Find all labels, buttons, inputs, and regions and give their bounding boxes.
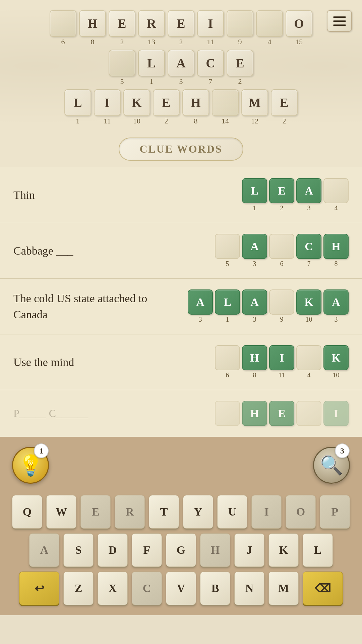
- puzzle-tile: O: [286, 10, 312, 37]
- tile-wrapper: K 10: [123, 89, 150, 125]
- tile-wrapper: E 2: [168, 10, 194, 46]
- puzzle-tile: L: [138, 50, 165, 76]
- key-Y[interactable]: Y: [183, 495, 213, 529]
- tile-number: 6: [61, 38, 65, 46]
- tile-number: 8: [91, 38, 95, 46]
- clue-tile: [296, 401, 321, 426]
- clue-tile-num: 9: [280, 316, 284, 323]
- tile-wrapper: C 7: [197, 50, 224, 86]
- clue-tile: L: [215, 289, 240, 315]
- clue-tile: A: [323, 289, 349, 315]
- puzzle-tile: M: [241, 89, 268, 116]
- puzzle-tile: L: [64, 89, 91, 116]
- key-backspace[interactable]: ⌫: [303, 572, 343, 605]
- key-R[interactable]: R: [115, 495, 145, 529]
- tile-wrapper: E 2: [109, 10, 135, 46]
- puzzle-tile: E: [168, 10, 194, 37]
- bulb-hint-button[interactable]: 💡 1: [9, 443, 52, 487]
- key-X[interactable]: X: [98, 572, 128, 605]
- clue-tile-num: 3: [307, 204, 311, 212]
- clue-tile-num: 3: [253, 316, 256, 323]
- clue-tile-num: 3: [199, 316, 202, 323]
- clue-words-label: CLUE WORDS: [139, 143, 222, 155]
- tile-number: 2: [179, 38, 183, 46]
- tile-wrapper: A 3: [242, 289, 267, 323]
- tile-wrapper: 4: [296, 345, 321, 379]
- clue-item-alaska[interactable]: The cold US state attached to Canada A 3…: [0, 279, 362, 334]
- keyboard-row-3: ↩ Z X C V B N M ⌫: [19, 572, 343, 605]
- tile-wrapper: I 11: [197, 10, 224, 46]
- tile-wrapper: A 3: [168, 50, 194, 86]
- tile-wrapper: I: [323, 401, 349, 426]
- tile-number: 2: [238, 77, 242, 86]
- tile-wrapper: R 13: [138, 10, 165, 46]
- tile-wrapper: 4: [256, 10, 283, 46]
- key-V[interactable]: V: [166, 572, 196, 605]
- key-Z[interactable]: Z: [63, 572, 94, 605]
- key-S[interactable]: S: [63, 533, 94, 567]
- key-H[interactable]: H: [200, 533, 230, 567]
- keyboard-rows: Q W E R T Y U I O P A S D F G H J K L ↩ …: [5, 495, 357, 605]
- key-E[interactable]: E: [80, 495, 111, 529]
- clue-tile-num: 3: [335, 316, 338, 323]
- key-J[interactable]: J: [234, 533, 264, 567]
- puzzle-tile: R: [138, 10, 165, 37]
- key-T[interactable]: T: [149, 495, 179, 529]
- menu-button[interactable]: [327, 10, 352, 32]
- key-G[interactable]: G: [166, 533, 196, 567]
- key-P[interactable]: P: [320, 495, 350, 529]
- tile-wrapper: [296, 401, 321, 426]
- tile-wrapper: 4: [323, 178, 349, 212]
- key-Q[interactable]: Q: [12, 495, 42, 529]
- tile-wrapper: 6: [50, 10, 76, 46]
- magnify-count-badge: 3: [335, 443, 350, 458]
- key-A[interactable]: A: [29, 533, 59, 567]
- key-I[interactable]: I: [251, 495, 282, 529]
- tile-wrapper: H 8: [323, 234, 349, 268]
- tile-number: 10: [133, 117, 140, 125]
- tile-wrapper: A 3: [242, 234, 267, 268]
- clue-tile: A: [188, 289, 213, 315]
- tile-wrapper: L 1: [242, 178, 267, 212]
- puzzle-rows: 6 H 8 E 2 R 13 E 2 I 11: [7, 10, 355, 132]
- clue-words-banner: CLUE WORDS: [0, 132, 362, 167]
- clue-tile-num: 10: [306, 316, 312, 323]
- key-O[interactable]: O: [286, 495, 316, 529]
- tile-number: 5: [120, 77, 124, 86]
- magnify-hint-button[interactable]: 🔍 3: [310, 443, 353, 487]
- key-U[interactable]: U: [217, 495, 247, 529]
- puzzle-tile: A: [168, 50, 194, 76]
- key-F[interactable]: F: [132, 533, 162, 567]
- key-K[interactable]: K: [268, 533, 299, 567]
- clue-tile: [296, 345, 321, 370]
- clue-item-think[interactable]: Use the mind 6 H 8 I 11 4 K 10: [0, 334, 362, 390]
- clue-item-thin[interactable]: Thin L 1 E 2 A 3 4: [0, 167, 362, 223]
- puzzle-tile: [212, 89, 239, 116]
- tile-wrapper: 9: [227, 10, 253, 46]
- tile-number: 1: [76, 117, 80, 125]
- key-L[interactable]: L: [303, 533, 333, 567]
- clue-item-cabbage[interactable]: Cabbage ___ 5 A 3 6 C 7 H 8: [0, 223, 362, 279]
- key-W[interactable]: W: [46, 495, 76, 529]
- tile-number: 14: [222, 117, 229, 125]
- puzzle-tile: H: [79, 10, 106, 37]
- tile-wrapper: O 15: [286, 10, 312, 46]
- clue-tile-num: 6: [280, 260, 284, 268]
- clue-tile: L: [242, 178, 267, 203]
- clue-tile-num: 1: [253, 204, 256, 212]
- clue-words-pill: CLUE WORDS: [119, 138, 243, 161]
- puzzle-tile: [256, 10, 283, 37]
- key-N[interactable]: N: [234, 572, 264, 605]
- tile-number: 9: [238, 38, 242, 46]
- clue-tile: [269, 234, 294, 259]
- key-back-arrow[interactable]: ↩: [19, 572, 59, 605]
- clue-tile-num: 7: [307, 260, 311, 268]
- key-D[interactable]: D: [98, 533, 128, 567]
- key-C[interactable]: C: [132, 572, 162, 605]
- key-B[interactable]: B: [200, 572, 230, 605]
- clue-tiles-partial: H E I: [215, 401, 349, 426]
- key-M[interactable]: M: [268, 572, 299, 605]
- tile-number: 7: [209, 77, 213, 86]
- tile-number: 4: [268, 38, 272, 46]
- clue-item-partial[interactable]: P_____ C______ H E I: [0, 390, 362, 437]
